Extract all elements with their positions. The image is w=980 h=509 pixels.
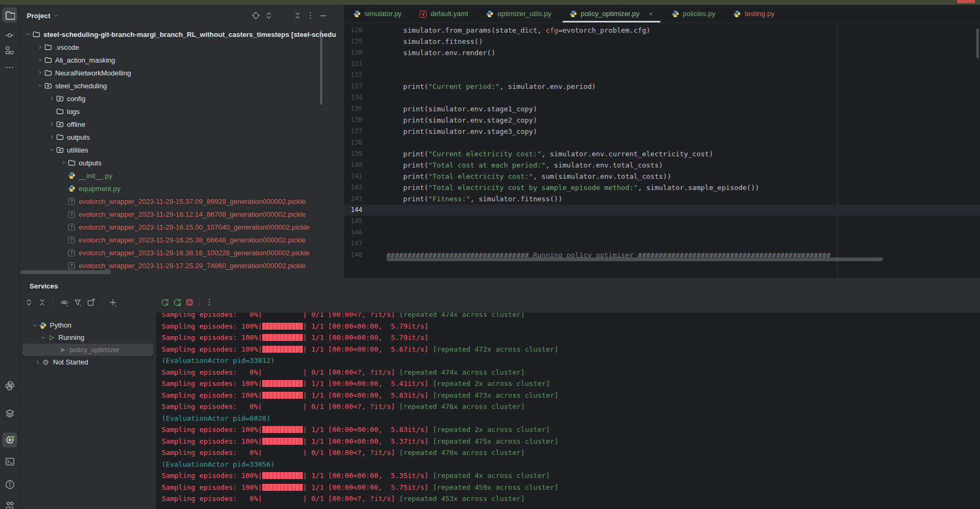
commit-tool-button[interactable] <box>2 28 17 43</box>
chevron-right-icon[interactable] <box>35 43 44 51</box>
project-tree-item[interactable]: equipment.py <box>19 182 344 195</box>
chevron-down-icon[interactable] <box>39 333 48 342</box>
collaboration-tool-button[interactable] <box>2 498 17 509</box>
code-line: 132 <box>344 70 980 81</box>
console-progress-stats: | 1/1 [00:00<00:00, 5.83it/s] <box>303 426 433 434</box>
chevron-down-icon[interactable] <box>24 30 33 39</box>
tab-default-yaml[interactable]: Ydefault.yaml <box>411 5 477 22</box>
console-progress-stats: | 0/1 [00:00<?, ?it/s] <box>303 495 399 503</box>
progress-bar <box>262 313 303 318</box>
chevron-right-icon[interactable] <box>59 158 68 167</box>
tree-item-label: evotorch_wrapper_2023-11-29-16.25.38_666… <box>78 236 306 244</box>
project-tool-window: Project steel-scheduling-git-branch-marg… <box>19 5 344 278</box>
problems-tool-button[interactable] <box>2 477 17 492</box>
plus-button[interactable] <box>109 298 117 307</box>
chevron-spacer <box>59 261 68 270</box>
project-tree-vertical-scrollbar[interactable] <box>320 30 322 105</box>
console-line: Sampling episodes: 0%|| 0/1 [00:00<?, ?i… <box>162 447 980 459</box>
code-editor[interactable]: 128 simulator.from_params(state_dict, cf… <box>344 24 980 278</box>
chevron-down-icon[interactable] <box>35 81 44 90</box>
open-new-button[interactable] <box>87 298 95 307</box>
console-line: Sampling episodes: 100%|| 1/1 [00:00<00:… <box>162 470 980 482</box>
terminal-tool-button[interactable] <box>2 454 17 469</box>
unfold-button[interactable] <box>25 298 33 307</box>
tab-simulator-py[interactable]: simulator.py <box>344 5 411 22</box>
tab-label: policy_optimizer.py <box>581 10 640 18</box>
python-console-tool-button[interactable] <box>2 378 17 393</box>
chevron-down-icon[interactable] <box>53 13 59 19</box>
tab-label: optimizer_utils.py <box>497 10 551 18</box>
run-console[interactable]: Sampling episodes: 0%|| 0/1 [00:00<?, ?i… <box>156 313 980 509</box>
python-packages-tool-button[interactable] <box>2 406 17 421</box>
console-progress-prefix: Sampling episodes: 100%| <box>162 379 262 388</box>
tab-optimizer_utils-py[interactable]: optimizer_utils.py <box>477 5 560 22</box>
services-tree-item[interactable]: policy_optimizer <box>22 344 153 356</box>
services-tool-button[interactable] <box>2 432 17 447</box>
tree-item-label: steel_scheduling <box>55 82 107 90</box>
project-tree-item[interactable]: Ali_action_masking <box>19 54 344 66</box>
project-tree-item[interactable]: ?evotorch_wrapper_2023-11-29-16.15.00_10… <box>19 221 344 233</box>
console-repeated-note: [repeated 476x across cluster] <box>399 402 525 411</box>
stop-button[interactable] <box>185 298 194 307</box>
project-panel-title[interactable]: Project <box>27 12 50 20</box>
console-repeated-note: [repeated 473x across cluster] <box>432 391 558 399</box>
rerun-debug-button[interactable] <box>173 298 181 307</box>
chevron-right-icon[interactable] <box>35 69 44 77</box>
crosshair-icon[interactable] <box>252 11 260 20</box>
chevron-right-icon[interactable] <box>47 120 56 128</box>
project-tree-item[interactable]: ?evotorch_wrapper_2023-11-29-16.12.14_86… <box>19 208 344 221</box>
code-line: 128 simulator.from_params(state_dict, cf… <box>344 25 980 36</box>
filter-button[interactable] <box>73 298 82 307</box>
code-line-active: 144 <box>344 204 980 216</box>
eye-button[interactable] <box>60 298 69 307</box>
kebab-icon[interactable] <box>306 11 315 20</box>
project-tree-item[interactable]: ?evotorch_wrapper_2023-11-29-16.38.16_10… <box>19 246 344 259</box>
chevron-down-icon[interactable] <box>47 146 56 154</box>
project-tree-item[interactable]: steel_scheduling <box>19 79 344 92</box>
project-tree-item[interactable]: outputs <box>19 156 344 169</box>
chevron-right-icon[interactable] <box>35 56 44 64</box>
project-tree-item[interactable]: NeuralNetworkModelling <box>19 66 344 79</box>
console-progress-stats: | 1/1 [00:00<00:00, 5.35it/s] <box>303 472 433 480</box>
tab-policy_optimizer-py[interactable]: policy_optimizer.py <box>560 5 663 22</box>
layers-icon <box>5 408 15 419</box>
chevron-right-icon[interactable] <box>47 94 56 103</box>
tab-label: default.yaml <box>430 10 468 18</box>
tab-testing-py[interactable]: testing.py <box>724 5 784 22</box>
fold-icon[interactable] <box>293 11 302 20</box>
unfold-icon[interactable] <box>264 11 273 20</box>
minimize-icon[interactable] <box>319 11 328 20</box>
chevron-right-icon[interactable] <box>33 358 42 367</box>
tab-close-icon[interactable] <box>648 11 654 17</box>
editor-vertical-scrollbar[interactable] <box>976 28 979 58</box>
kebab-button[interactable] <box>205 298 214 307</box>
project-tree-item[interactable]: utilities <box>19 143 344 156</box>
console-progress-stats: | 0/1 [00:00<?, ?it/s] <box>303 402 399 411</box>
project-tree-item[interactable]: config <box>19 92 344 105</box>
console-line: (EvaluationActor pid=6028) <box>162 413 980 424</box>
project-tree-item[interactable]: logs <box>19 105 344 118</box>
structure-tool-button[interactable] <box>2 43 17 58</box>
tab-policies-py[interactable]: policies.py <box>663 5 725 22</box>
project-tree-item[interactable]: steel-scheduling-git-branch-margi_branch… <box>19 28 344 41</box>
project-tree-item[interactable]: .vscode <box>19 41 344 54</box>
services-tree-item[interactable]: Python <box>19 319 156 331</box>
project-tree-item[interactable]: outputs <box>19 131 344 143</box>
project-tree-item[interactable]: ?evotorch_wrapper_2023-11-29-15.37.09_89… <box>19 195 344 208</box>
pickle-icon: ? <box>68 210 78 218</box>
console-progress-stats: | 1/1 [00:00<00:00, 5.83it/s] <box>303 391 433 399</box>
chevron-down-icon[interactable] <box>30 321 39 330</box>
more-tool-windows-tool-button[interactable] <box>2 60 17 75</box>
editor-horizontal-scrollbar[interactable] <box>386 257 883 261</box>
project-tree-horizontal-scrollbar[interactable] <box>20 270 111 274</box>
fold-button[interactable] <box>38 298 47 307</box>
project-tree-item[interactable]: ?evotorch_wrapper_2023-11-29-16.25.38_66… <box>19 233 344 246</box>
services-tree-item[interactable]: ⚙Not Started <box>19 356 156 368</box>
tree-item-label: evotorch_wrapper_2023-11-29-17.25.29_748… <box>78 262 306 270</box>
project-tree-item[interactable]: offline <box>19 118 344 131</box>
services-tree-item[interactable]: Running <box>19 331 156 344</box>
rerun-button[interactable] <box>161 298 169 307</box>
project-tree-item[interactable]: __init__.py <box>19 169 344 182</box>
project-tool-button[interactable] <box>2 7 17 22</box>
chevron-right-icon[interactable] <box>47 133 56 141</box>
